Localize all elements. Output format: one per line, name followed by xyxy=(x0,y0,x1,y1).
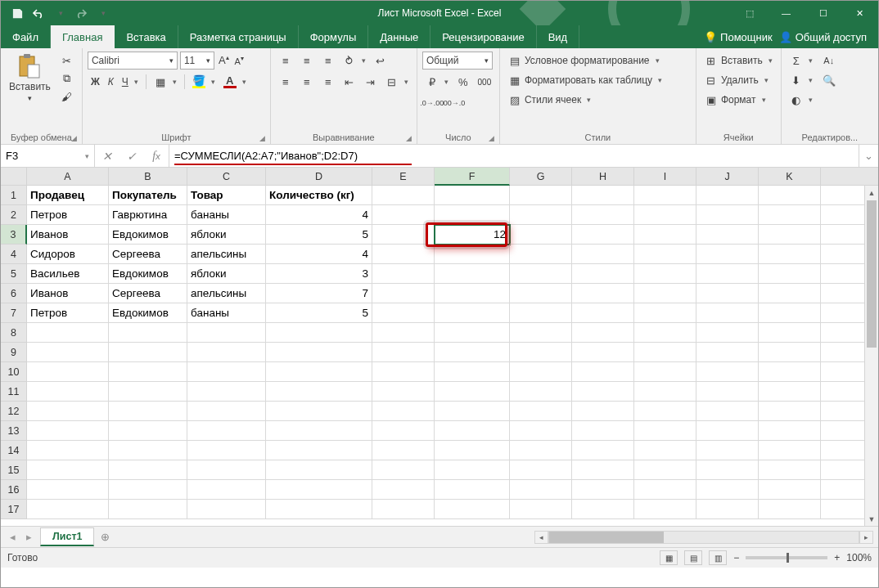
cell-K17[interactable] xyxy=(759,500,821,519)
row-header-4[interactable]: 4 xyxy=(1,245,27,264)
cell-C3[interactable]: яблоки xyxy=(187,225,266,245)
cell-E11[interactable] xyxy=(372,382,435,402)
cell-D10[interactable] xyxy=(266,362,372,382)
cell-A15[interactable] xyxy=(27,460,109,480)
cell-K11[interactable] xyxy=(759,382,821,402)
cell-C7[interactable]: бананы xyxy=(187,303,266,323)
cell-B16[interactable] xyxy=(109,480,187,500)
col-header-B[interactable]: B xyxy=(109,168,187,186)
row-header-13[interactable]: 13 xyxy=(1,421,27,441)
cell-G13[interactable] xyxy=(510,421,572,441)
cell-E10[interactable] xyxy=(372,362,435,382)
page-layout-button[interactable]: ▤ xyxy=(684,550,702,565)
tab-formulas[interactable]: Формулы xyxy=(299,25,369,48)
row-header-16[interactable]: 16 xyxy=(1,480,27,500)
cell-J15[interactable] xyxy=(696,460,759,480)
cell-A8[interactable] xyxy=(27,323,109,343)
cell-E3[interactable] xyxy=(372,225,435,245)
cell-I12[interactable] xyxy=(634,402,696,421)
cell-B11[interactable] xyxy=(109,382,187,402)
minimize-button[interactable]: — xyxy=(768,1,805,25)
cell-K7[interactable] xyxy=(759,303,821,323)
row-header-17[interactable]: 17 xyxy=(1,500,27,519)
cell-K13[interactable] xyxy=(759,421,821,441)
cell-E16[interactable] xyxy=(372,480,435,500)
cell-D11[interactable] xyxy=(266,382,372,402)
col-header-K[interactable]: K xyxy=(759,168,821,186)
cell-B3[interactable]: Евдокимов xyxy=(109,225,187,245)
qat-customize[interactable] xyxy=(92,3,112,23)
select-all-corner[interactable] xyxy=(1,168,27,186)
col-header-extra[interactable] xyxy=(821,168,878,186)
undo-dropdown[interactable] xyxy=(50,3,70,23)
cell-F16[interactable] xyxy=(435,480,510,500)
shrink-font-button[interactable]: A▾ xyxy=(233,52,246,70)
col-header-C[interactable]: C xyxy=(187,168,266,186)
cell-G2[interactable] xyxy=(510,205,572,225)
share-button[interactable]: 👤Общий доступ xyxy=(779,31,867,43)
cell-F6[interactable] xyxy=(435,284,510,303)
grow-font-button[interactable]: A▴ xyxy=(217,52,231,70)
align-center-button[interactable]: ≡ xyxy=(297,73,317,91)
cell-G5[interactable] xyxy=(510,264,572,284)
cell-H15[interactable] xyxy=(572,460,634,480)
indent-inc-button[interactable]: ⇥ xyxy=(361,73,381,91)
ribbon-options-icon[interactable]: ⬚ xyxy=(731,1,768,25)
cell-I6[interactable] xyxy=(634,284,696,303)
cell-E17[interactable] xyxy=(372,500,435,519)
cell-J2[interactable] xyxy=(696,205,759,225)
col-header-I[interactable]: I xyxy=(634,168,696,186)
dec-decimal-button[interactable]: .00→.0 xyxy=(444,94,463,112)
cell-A6[interactable]: Иванов xyxy=(27,284,109,303)
cell-J7[interactable] xyxy=(696,303,759,323)
cell-K8[interactable] xyxy=(759,323,821,343)
row-header-3[interactable]: 3 xyxy=(1,225,27,245)
cell-K9[interactable] xyxy=(759,343,821,362)
cell-D8[interactable] xyxy=(266,323,372,343)
cell-I1[interactable] xyxy=(634,186,696,205)
row-header-2[interactable]: 2 xyxy=(1,205,27,225)
cell-D7[interactable]: 5 xyxy=(266,303,372,323)
cell-F15[interactable] xyxy=(435,460,510,480)
row-header-14[interactable]: 14 xyxy=(1,441,27,460)
comma-button[interactable]: 000 xyxy=(475,73,494,91)
copy-button[interactable]: ⧉ xyxy=(57,70,77,88)
cell-F2[interactable] xyxy=(435,205,510,225)
cell-E4[interactable] xyxy=(372,245,435,264)
orientation-button[interactable]: ⥁ xyxy=(340,52,369,70)
cell-I14[interactable] xyxy=(634,441,696,460)
cell-K1[interactable] xyxy=(759,186,821,205)
cell-G17[interactable] xyxy=(510,500,572,519)
cell-K4[interactable] xyxy=(759,245,821,264)
cell-E15[interactable] xyxy=(372,460,435,480)
cell-H2[interactable] xyxy=(572,205,634,225)
cell-I13[interactable] xyxy=(634,421,696,441)
save-icon[interactable] xyxy=(7,3,27,23)
format-as-table-button[interactable]: ▦Форматировать как таблицу xyxy=(505,71,665,89)
align-right-button[interactable]: ≡ xyxy=(318,73,338,91)
cell-D14[interactable] xyxy=(266,441,372,460)
cell-D15[interactable] xyxy=(266,460,372,480)
font-size-combo[interactable]: 11▾ xyxy=(180,52,214,70)
row-header-5[interactable]: 5 xyxy=(1,264,27,284)
cell-D6[interactable]: 7 xyxy=(266,284,372,303)
hscroll-left[interactable]: ◂ xyxy=(534,531,548,544)
cell-H8[interactable] xyxy=(572,323,634,343)
wrap-text-button[interactable]: ↩ xyxy=(371,52,390,70)
autosum-button[interactable]: Σ xyxy=(787,52,816,70)
cell-A17[interactable] xyxy=(27,500,109,519)
cell-J9[interactable] xyxy=(696,343,759,362)
cell-I5[interactable] xyxy=(634,264,696,284)
cell-E8[interactable] xyxy=(372,323,435,343)
cell-H6[interactable] xyxy=(572,284,634,303)
cell-C6[interactable]: апельсины xyxy=(187,284,266,303)
cell-G1[interactable] xyxy=(510,186,572,205)
cell-K3[interactable] xyxy=(759,225,821,245)
zoom-slider[interactable] xyxy=(746,556,827,559)
scroll-down-icon[interactable]: ▼ xyxy=(865,512,878,526)
cell-K5[interactable] xyxy=(759,264,821,284)
zoom-level[interactable]: 100% xyxy=(846,552,872,563)
cell-B2[interactable]: Гаврютина xyxy=(109,205,187,225)
cell-J11[interactable] xyxy=(696,382,759,402)
launcher-icon[interactable]: ◢ xyxy=(71,134,77,142)
